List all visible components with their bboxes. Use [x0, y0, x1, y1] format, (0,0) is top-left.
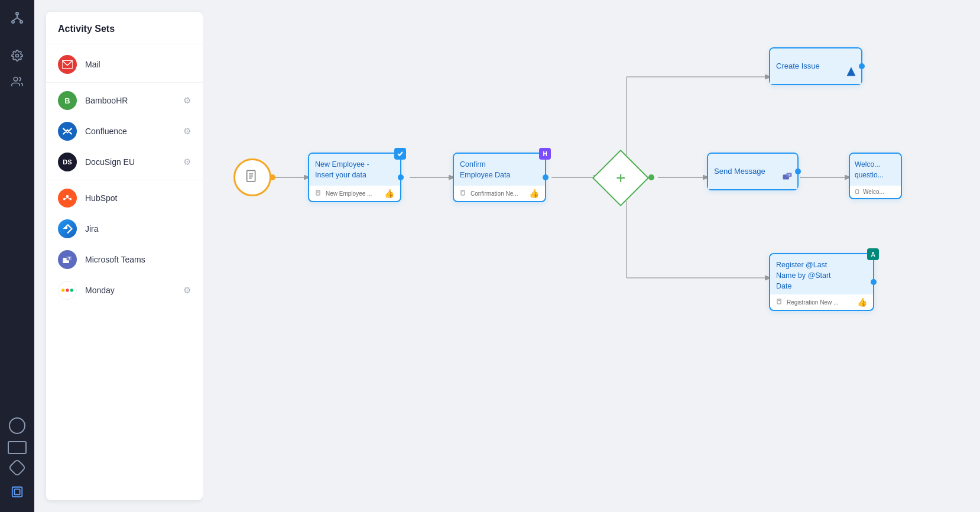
node-new-employee[interactable]: New Employee - Insert your data New Empl… [308, 153, 401, 202]
activity-item-mail[interactable]: Mail [46, 49, 203, 80]
svg-rect-38 [461, 190, 465, 195]
jira-label: Jira [85, 224, 191, 234]
welcome-subtitle: Welco... [863, 189, 884, 195]
activity-item-msteams[interactable]: T Microsoft Teams [46, 244, 203, 275]
register-subtitle: Registration New ... [787, 299, 838, 306]
bamboohr-label: BambooHR [85, 96, 183, 105]
doc-icon [315, 190, 322, 197]
activity-item-hubspot[interactable]: HubSpot [46, 183, 203, 213]
register-out-dot [871, 279, 877, 285]
start-dot [270, 174, 275, 180]
welcome-doc-icon [855, 189, 861, 195]
node-send-message[interactable]: Send Message T [707, 153, 799, 190]
hubspot-label: HubSpot [85, 193, 191, 203]
bamboohr-gear[interactable]: ⚙ [183, 95, 191, 106]
confluence-gear[interactable]: ⚙ [183, 126, 191, 137]
nav-org-icon[interactable] [7, 7, 28, 28]
confirm-thumb: 👍 [529, 189, 539, 198]
create-issue-title: Create Issue [776, 61, 820, 70]
gateway-out-dot [648, 174, 654, 180]
svg-rect-9 [14, 489, 20, 494]
send-message-out-dot [795, 168, 801, 174]
msteams-icon: T [58, 250, 77, 269]
start-node[interactable] [233, 158, 271, 196]
svg-point-6 [16, 54, 19, 57]
new-employee-subtitle: New Employee ... [326, 190, 372, 197]
confluence-label: Confluence [85, 127, 183, 136]
welcome-title: Welco...questio... [855, 160, 884, 179]
register-title: Register @Last Name by @Start Date [776, 261, 831, 290]
register-thumb: 👍 [857, 297, 867, 307]
confluence-icon [58, 122, 77, 141]
svg-point-20 [66, 289, 69, 291]
new-employee-badge [394, 148, 406, 160]
activity-item-bamboohr[interactable]: B BambooHR ⚙ [46, 85, 203, 116]
svg-point-11 [66, 195, 69, 198]
mail-label: Mail [85, 60, 191, 69]
bamboohr-icon: B [58, 91, 77, 110]
register-doc-icon [776, 299, 783, 306]
sidebar-nav [0, 0, 34, 512]
node-register[interactable]: Register @Last Name by @Start Date A Reg… [769, 253, 874, 311]
svg-text:T: T [69, 257, 71, 260]
svg-rect-8 [12, 487, 22, 497]
nav-users-icon[interactable] [7, 71, 28, 92]
msteams-label: Microsoft Teams [85, 255, 191, 264]
hubspot-icon [58, 189, 77, 208]
new-employee-out-dot [398, 174, 404, 180]
svg-rect-44 [777, 299, 781, 304]
send-message-title: Send Message [714, 167, 765, 176]
new-employee-title: New Employee - Insert your data [315, 160, 369, 179]
node-gateway[interactable]: + [592, 150, 649, 206]
activity-item-docusign[interactable]: DS DocuSign EU ⚙ [46, 147, 203, 177]
new-employee-thumb: 👍 [384, 189, 394, 198]
nav-gear-icon[interactable] [7, 45, 28, 66]
teams-logo-icon: T [782, 171, 793, 184]
monday-gear[interactable]: ⚙ [183, 285, 191, 296]
svg-point-7 [14, 77, 18, 82]
svg-rect-43 [856, 189, 859, 193]
docusign-gear[interactable]: ⚙ [183, 157, 191, 167]
main-content: Activity Sets Mail B BambooHR ⚙ [34, 0, 980, 512]
confirm-subtitle: Confirmation Ne... [470, 190, 518, 197]
docusign-label: DocuSign EU [85, 157, 183, 167]
svg-point-21 [70, 289, 73, 291]
node-confirm-employee[interactable]: Confirm Employee Data H Confirmation Ne.… [453, 153, 546, 202]
gateway-plus: + [616, 170, 625, 186]
nav-rect-tool[interactable] [8, 441, 27, 454]
monday-icon [58, 281, 77, 300]
monday-label: Monday [85, 286, 183, 295]
svg-point-1 [12, 21, 14, 23]
jira-icon [58, 219, 77, 238]
docusign-icon: DS [58, 153, 77, 171]
register-badge: A [867, 248, 879, 260]
confirm-doc-icon [460, 190, 467, 197]
confirm-title: Confirm Employee Data [460, 160, 510, 179]
svg-point-2 [20, 21, 22, 23]
activity-item-jira[interactable]: Jira [46, 213, 203, 244]
jira-logo-icon [846, 66, 856, 79]
flow-canvas: New Employee - Insert your data New Empl… [203, 0, 980, 512]
svg-line-5 [17, 18, 21, 21]
svg-point-19 [61, 289, 64, 291]
node-create-issue[interactable]: Create Issue [769, 47, 862, 85]
nav-circle-tool[interactable] [9, 417, 25, 434]
activity-panel-title: Activity Sets [46, 24, 203, 44]
activity-item-confluence[interactable]: Confluence ⚙ [46, 116, 203, 147]
nav-stack-tool[interactable] [7, 481, 28, 503]
activity-panel: Activity Sets Mail B BambooHR ⚙ [46, 12, 203, 500]
nav-diamond-tool[interactable] [8, 458, 26, 477]
create-issue-out-dot [859, 63, 865, 69]
confirm-badge: H [539, 148, 551, 160]
svg-line-4 [13, 18, 17, 21]
node-welcome[interactable]: Welco...questio... Welco... [849, 153, 902, 199]
confirm-out-dot [543, 174, 549, 180]
svg-point-0 [16, 12, 18, 15]
mail-icon [58, 55, 77, 74]
activity-item-monday[interactable]: Monday ⚙ [46, 275, 203, 306]
